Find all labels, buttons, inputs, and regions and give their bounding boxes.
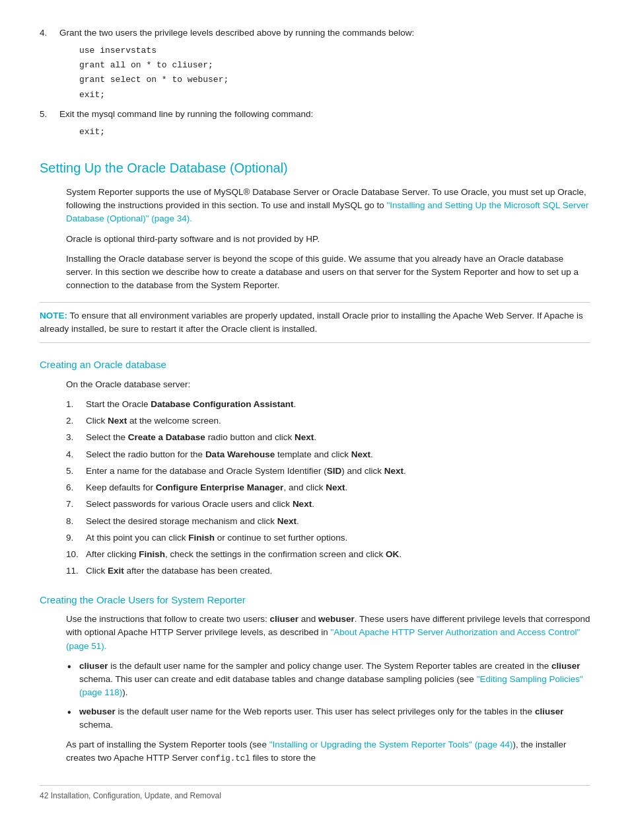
oracle-step-6: 6. Keep defaults for Configure Enterpris…	[66, 481, 590, 494]
s5-num: 5.	[66, 465, 73, 478]
footer-text: 42 Installation, Configuration, Update, …	[40, 791, 221, 800]
step-5-num: 5.	[40, 108, 47, 121]
cliuser-bold1: cliuser	[79, 661, 108, 671]
users-bullet-list: cliuser is the default user name for the…	[40, 660, 590, 732]
footer-end: files to store the	[250, 753, 316, 763]
code-line-3: grant select on * to webuser;	[79, 73, 590, 87]
cliuser-text1: is the default user name for the sampler…	[108, 661, 551, 671]
oracle-step-4: 4. Select the radio button for the Data …	[66, 448, 590, 461]
s2-num: 2.	[66, 414, 73, 428]
s11-num: 11.	[66, 564, 79, 578]
oracle-step-8: 8. Select the desired storage mechanism …	[66, 515, 590, 528]
s6-text: Keep defaults for Configure Enterprise M…	[86, 482, 347, 492]
s6-num: 6.	[66, 481, 73, 494]
oracle-step-2: 2. Click Next at the welcome screen.	[66, 414, 590, 428]
creating-users-title: Creating the Oracle Users for System Rep…	[40, 593, 590, 608]
code-line-2: grant all on * to cliuser;	[79, 58, 590, 73]
oracle-step-9: 9. At this point you can click Finish or…	[66, 531, 590, 545]
s7-text: Select passwords for various Oracle user…	[86, 499, 314, 509]
page-content: 4. Grant the two users the privilege lev…	[40, 26, 590, 802]
step-4-num: 4.	[40, 26, 47, 40]
note-label: NOTE:	[40, 311, 67, 321]
cliuser-bold2: cliuser	[551, 661, 580, 671]
footer-code: config.tcl	[201, 754, 250, 763]
oracle-step-7: 7. Select passwords for various Oracle u…	[66, 498, 590, 511]
note-box: NOTE: To ensure that all environment var…	[40, 302, 590, 344]
s1-text: Start the Oracle Database Configuration …	[86, 399, 296, 409]
s1-num: 1.	[66, 398, 73, 411]
s5-text: Enter a name for the database and Oracle…	[86, 466, 406, 476]
code-line-4: exit;	[79, 88, 590, 102]
code-block-grant: use inservstats grant all on * to cliuse…	[79, 44, 590, 102]
step-5: 5. Exit the mysql command line by runnin…	[40, 108, 590, 139]
footer-para: As part of installing the System Reporte…	[40, 738, 590, 765]
s3-text: Select the Create a Database radio butto…	[86, 432, 316, 442]
bullet-cliuser: cliuser is the default user name for the…	[66, 660, 590, 700]
oracle-para2: Oracle is optional third-party software …	[40, 233, 590, 246]
s4-num: 4.	[66, 448, 73, 461]
step-4: 4. Grant the two users the privilege lev…	[40, 26, 590, 102]
cliuser-text2: schema. This user can create and edit da…	[79, 674, 477, 684]
intro-bold2: webuser	[318, 614, 355, 624]
creating-db-intro: On the Oracle database server:	[40, 378, 590, 391]
code-line-1: use inservstats	[79, 44, 590, 58]
s8-text: Select the desired storage mechanism and…	[86, 516, 299, 526]
oracle-section-title: Setting Up the Oracle Database (Optional…	[40, 158, 590, 178]
cliuser-end: ).	[122, 687, 127, 697]
s11-text: Click Exit after the database has been c…	[86, 566, 272, 576]
footer-link[interactable]: "Installing or Upgrading the System Repo…	[269, 740, 513, 749]
intro-mid: and	[298, 614, 318, 624]
webuser-bold2: cliuser	[535, 706, 564, 716]
intro-before: Use the instructions that follow to crea…	[66, 614, 269, 624]
webuser-bold1: webuser	[79, 706, 116, 716]
oracle-step-1: 1. Start the Oracle Database Configurati…	[66, 398, 590, 411]
intro-bold1: cliuser	[269, 614, 298, 624]
s8-num: 8.	[66, 515, 73, 528]
oracle-step-3: 3. Select the Create a Database radio bu…	[66, 431, 590, 444]
top-steps: 4. Grant the two users the privilege lev…	[40, 26, 590, 139]
bullet-webuser: webuser is the default user name for the…	[66, 705, 590, 732]
s9-num: 9.	[66, 531, 73, 545]
page-footer: 42 Installation, Configuration, Update, …	[40, 785, 590, 802]
note-text: To ensure that all environment variables…	[40, 311, 583, 334]
s9-text: At this point you can click Finish or co…	[86, 533, 347, 543]
creating-users-intro: Use the instructions that follow to crea…	[40, 613, 590, 653]
s10-num: 10.	[66, 548, 79, 561]
s4-text: Select the radio button for the Data War…	[86, 449, 373, 459]
oracle-step-10: 10. After clicking Finish, check the set…	[66, 548, 590, 561]
oracle-para1: System Reporter supports the use of MySQ…	[40, 186, 590, 226]
footer-before: As part of installing the System Reporte…	[66, 740, 269, 749]
oracle-step-5: 5. Enter a name for the database and Ora…	[66, 465, 590, 478]
s10-text: After clicking Finish, check the setting…	[86, 549, 402, 559]
webuser-text1: is the default user name for the Web rep…	[116, 706, 535, 716]
oracle-step-11: 11. Click Exit after the database has be…	[66, 564, 590, 578]
oracle-para3: Installing the Oracle database server is…	[40, 252, 590, 293]
s2-text: Click Next at the welcome screen.	[86, 416, 221, 426]
code-exit-line: exit;	[79, 125, 590, 139]
step-5-text: Exit the mysql command line by running t…	[59, 109, 313, 119]
step-4-text: Grant the two users the privilege levels…	[59, 28, 414, 38]
s7-num: 7.	[66, 498, 73, 511]
oracle-db-steps: 1. Start the Oracle Database Configurati…	[40, 398, 590, 578]
s3-num: 3.	[66, 431, 73, 444]
webuser-text2: schema.	[79, 720, 113, 730]
creating-db-title: Creating an Oracle database	[40, 358, 590, 373]
code-block-exit: exit;	[79, 125, 590, 139]
